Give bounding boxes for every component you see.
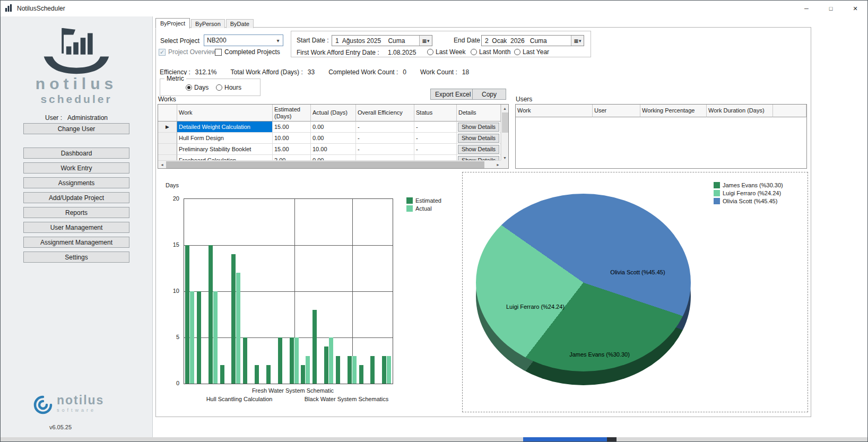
radio-last-month[interactable]: Last Month — [471, 48, 510, 56]
cell-details: Show Details — [457, 133, 501, 144]
sidebar-item-settings[interactable]: Settings — [23, 252, 129, 263]
calendar-icon[interactable]: ▦▾ — [419, 36, 432, 46]
cell-overall-efficiency[interactable]: - — [356, 133, 414, 144]
bar-estimated — [301, 365, 305, 384]
users-column-work-duration-days: Work Duration (Days) — [707, 105, 773, 117]
ytick: 5 — [176, 334, 179, 340]
cell-status[interactable]: - — [414, 122, 457, 133]
sidebar-item-dashboard[interactable]: Dashboard — [23, 148, 129, 159]
radio-last-year[interactable]: Last Year — [514, 48, 549, 56]
project-select[interactable]: NB200 ▾ — [204, 34, 283, 46]
close-icon[interactable]: ✕ — [843, 1, 867, 16]
maximize-icon[interactable]: □ — [819, 1, 843, 16]
radio-icon — [427, 49, 433, 55]
sidebar-item-work-entry[interactable]: Work Entry — [23, 162, 129, 174]
vertical-scroll-thumb[interactable] — [502, 112, 508, 133]
bar-estimated — [266, 365, 271, 384]
cell-work[interactable]: Hull Form Design — [177, 133, 273, 144]
radio-last-week[interactable]: Last Week — [427, 48, 465, 56]
start-date-picker[interactable]: 1 Ağustos 2025 Cuma ▦▾ — [332, 35, 432, 46]
works-column-1: Work — [177, 105, 273, 122]
bar-chart-legend: EstimatedActual — [406, 196, 441, 212]
radio-icon — [216, 84, 222, 91]
project-overview-checkbox[interactable]: ✓ Project Overview — [159, 48, 216, 56]
ytick: 10 — [173, 288, 179, 294]
cell-work[interactable]: Preliminary Stability Booklet — [177, 144, 273, 155]
export-excel-button[interactable]: Export Excel — [430, 89, 475, 100]
bar-actual — [190, 291, 194, 384]
legend-swatch — [714, 198, 720, 204]
radio-metric-hours[interactable]: Hours — [216, 84, 241, 91]
pie-label-james-evans: James Evans (%30.30) — [569, 351, 630, 358]
footer-sub: software — [57, 408, 104, 413]
sidebar-item-assignments[interactable]: Assignments — [23, 177, 129, 188]
byproject-tab-panel: Select Project NB200 ▾ ✓ Project Overvie… — [155, 27, 811, 417]
row-selector[interactable] — [158, 144, 177, 155]
users-table: WorkUserWorking PercentageWork Duration … — [515, 104, 807, 169]
copy-button[interactable]: Copy — [472, 89, 506, 100]
table-row: ▶Detailed Weight Calculation15.000.00--S… — [158, 122, 501, 133]
stats-row: Efficiency : 312.1% Total Work Afford (D… — [160, 68, 469, 76]
bar-estimated — [185, 245, 189, 384]
cell-details: Show Details — [457, 144, 501, 155]
legend-swatch — [714, 182, 720, 188]
users-table-header: WorkUserWorking PercentageWork Duration … — [516, 105, 806, 117]
pie-chart: Olivia Scott (%45.45)Luigi Ferraro (%24.… — [476, 194, 691, 387]
horizontal-scroll-thumb[interactable] — [166, 161, 484, 168]
completed-count-value: 0 — [403, 68, 406, 76]
bar-chart-xlabel: Fresh Water System Schematic — [252, 387, 334, 394]
cell-actual[interactable]: 10.00 — [311, 144, 356, 155]
radio-metric-days[interactable]: Days — [186, 84, 209, 91]
sidebar-item-user-management[interactable]: User Management — [23, 222, 129, 233]
radio-icon — [186, 84, 192, 91]
select-project-label: Select Project — [160, 37, 199, 45]
start-date-label: Start Date : — [297, 37, 329, 44]
tab-bydate[interactable]: ByDate — [226, 19, 254, 28]
bar-chart-yticks: 05101520 — [164, 198, 181, 384]
bar-estimated — [231, 254, 236, 384]
change-user-button[interactable]: Change User — [23, 123, 129, 134]
show-details-button[interactable]: Show Details — [458, 145, 499, 154]
cell-estimated[interactable]: 15.00 — [273, 122, 311, 133]
bar-estimated — [370, 356, 375, 384]
show-details-button[interactable]: Show Details — [458, 134, 499, 143]
start-date-value: 1 Ağustos 2025 Cuma — [332, 37, 419, 45]
legend-swatch — [406, 205, 413, 212]
works-column-3: Actual (Days) — [311, 105, 356, 122]
minimize-icon[interactable]: ─ — [794, 1, 819, 16]
scroll-left-icon[interactable]: ◄ — [158, 161, 166, 168]
bar-chart-plot — [184, 198, 393, 384]
cell-overall-efficiency[interactable]: - — [356, 122, 414, 133]
main-area: ByProjectByPersonByDate Select Project N… — [153, 16, 867, 437]
sidebar-item-add-update-project[interactable]: Add/Update Project — [23, 192, 129, 203]
sidebar-item-reports[interactable]: Reports — [23, 207, 129, 218]
cell-status[interactable]: - — [414, 144, 457, 155]
completed-projects-checkbox[interactable]: Completed Projects — [215, 48, 280, 56]
bar-actual — [294, 337, 299, 384]
sidebar-item-assignment-management[interactable]: Assignment Management — [23, 237, 129, 248]
end-date-label: End Date : — [454, 37, 484, 44]
row-selector[interactable] — [158, 133, 177, 144]
works-table-body: ▶Detailed Weight Calculation15.000.00--S… — [158, 122, 501, 161]
works-horizontal-scrollbar[interactable]: ◄ ► — [158, 160, 502, 168]
cell-estimated[interactable]: 15.00 — [273, 144, 311, 155]
cell-estimated[interactable]: 10.00 — [273, 133, 311, 144]
total-afford-label: Total Work Afford (Days) : — [231, 68, 303, 76]
tab-byproject[interactable]: ByProject — [155, 18, 190, 29]
cell-actual[interactable]: 0.00 — [311, 122, 356, 133]
tab-byperson[interactable]: ByPerson — [191, 19, 225, 28]
cell-work[interactable]: Detailed Weight Calculation — [177, 122, 273, 133]
scroll-up-icon[interactable]: ▲ — [501, 105, 508, 112]
cell-status[interactable]: - — [414, 133, 457, 144]
cell-actual[interactable]: 0.00 — [311, 133, 356, 144]
cell-overall-efficiency[interactable]: - — [356, 144, 414, 155]
radio-metric-days-label: Days — [194, 84, 209, 91]
works-label: Works — [158, 96, 176, 103]
calendar-icon[interactable]: ▦▾ — [571, 36, 584, 46]
end-date-picker[interactable]: 2 Ocak 2026 Cuma ▦▾ — [481, 35, 584, 46]
bar-estimated — [197, 291, 201, 384]
works-vertical-scrollbar[interactable]: ▲ ▼ — [501, 105, 508, 161]
row-selector[interactable]: ▶ — [158, 122, 177, 133]
show-details-button[interactable]: Show Details — [458, 123, 499, 132]
sidebar-footer: notilus software — [32, 394, 104, 417]
